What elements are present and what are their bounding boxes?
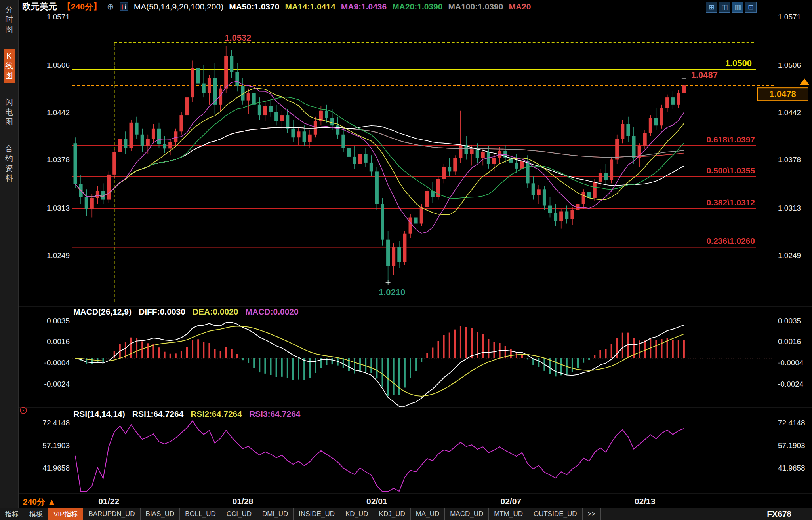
rsi3-value: RSI3:64.7264 — [249, 409, 301, 419]
period-label[interactable]: 【240分】 — [63, 1, 101, 12]
rsi1-value: RSI1:64.7264 — [132, 409, 184, 419]
tab-mtm[interactable]: MTM_UD — [489, 508, 528, 520]
svg-text:1.0571: 1.0571 — [778, 13, 801, 21]
chart-header: 欧元美元 【240分】 ⊕ MA(50,14,9,20,100,200) MA5… — [22, 1, 531, 13]
tab-barupdn[interactable]: BARUPDN_UD — [83, 508, 140, 520]
svg-text:1.0506: 1.0506 — [47, 61, 70, 69]
svg-text:0.500\1.0355: 0.500\1.0355 — [706, 166, 755, 175]
macd-header: MACD(26,12,9) DIFF:0.0030 DEA:0.0020 MAC… — [73, 307, 299, 317]
svg-text:1.0249: 1.0249 — [778, 251, 801, 260]
rsi2-value: RSI2:64.7264 — [191, 409, 242, 419]
svg-text:1.0442: 1.0442 — [778, 108, 801, 117]
tab-inside[interactable]: INSIDE_UD — [294, 508, 340, 520]
svg-text:1.0313: 1.0313 — [47, 204, 70, 212]
svg-text:41.9658: 41.9658 — [42, 464, 70, 472]
tab-bias[interactable]: BIAS_UD — [141, 508, 180, 520]
brand-logo: FX678 — [767, 508, 812, 520]
ma200-value: MA20 — [509, 2, 531, 11]
ma-line-20 — [75, 97, 684, 199]
svg-text:01/28: 01/28 — [233, 497, 254, 506]
svg-text:-0.0024: -0.0024 — [778, 380, 804, 388]
ma9-value: MA9:1.0436 — [341, 2, 387, 11]
svg-text:72.4148: 72.4148 — [778, 419, 805, 427]
tab-indicator[interactable]: 指标 — [0, 508, 24, 520]
svg-text:0.0016: 0.0016 — [778, 337, 801, 345]
macd-title: MACD(26,12,9) — [73, 307, 132, 317]
swing-marker — [682, 76, 686, 81]
sidebar-item-timeshare[interactable]: 分时图 — [4, 2, 15, 37]
svg-text:0.0035: 0.0035 — [47, 317, 70, 325]
macd-dea-value: DEA:0.0020 — [193, 307, 238, 317]
svg-text:1.0500: 1.0500 — [725, 58, 752, 68]
svg-text:1.0210: 1.0210 — [379, 287, 405, 297]
layout-toolbar: ⊞ ◫ ▥ ⊡ — [706, 2, 757, 13]
svg-text:1.0532: 1.0532 — [225, 33, 251, 43]
svg-text:1.0442: 1.0442 — [47, 108, 70, 117]
ma-line-9 — [75, 81, 684, 233]
svg-text:-0.0004: -0.0004 — [44, 359, 70, 367]
fib-retracement[interactable]: 0.618\1.03970.500\1.03550.382\1.03120.23… — [72, 135, 756, 247]
indicator-tabbar: 指标 模板 VIP指标 BARUPDN_UD BIAS_UD BOLL_UD C… — [0, 508, 812, 520]
sidebar-item-contract-info[interactable]: 合约资料 — [4, 141, 15, 186]
tab-outside[interactable]: OUTSIDE_UD — [528, 508, 583, 520]
ma-line-14 — [75, 89, 684, 214]
svg-text:0.382\1.0312: 0.382\1.0312 — [706, 198, 755, 207]
svg-text:1.0506: 1.0506 — [778, 61, 801, 69]
svg-text:72.4148: 72.4148 — [42, 419, 70, 427]
tab-dmi[interactable]: DMI_UD — [257, 508, 294, 520]
sidebar: 分时图 K线图 闪电图 合约资料 — [0, 0, 19, 520]
svg-text:02/07: 02/07 — [501, 497, 522, 506]
sidebar-item-lightning[interactable]: 闪电图 — [4, 95, 15, 129]
svg-text:01/22: 01/22 — [98, 497, 119, 506]
tab-kdj[interactable]: KDJ_UD — [374, 508, 411, 520]
svg-text:1.0378: 1.0378 — [47, 156, 70, 164]
macd-histogram — [75, 326, 684, 396]
svg-text:0.618\1.0397: 0.618\1.0397 — [706, 135, 755, 144]
tab-macd[interactable]: MACD_UD — [445, 508, 489, 520]
macd-diff-line — [75, 322, 684, 406]
rsi-line — [75, 421, 684, 492]
ma50-value: MA50:1.0370 — [229, 2, 279, 11]
sidebar-item-kline[interactable]: K线图 — [4, 49, 15, 83]
svg-text:57.1903: 57.1903 — [778, 441, 805, 450]
layout-next-icon[interactable]: ⊡ — [745, 2, 757, 13]
tab-template[interactable]: 模板 — [24, 508, 48, 520]
tab-kd[interactable]: KD_UD — [340, 508, 374, 520]
svg-text:-0.0004: -0.0004 — [778, 359, 804, 367]
svg-text:1.0478: 1.0478 — [769, 89, 796, 99]
svg-text:0.0035: 0.0035 — [778, 317, 801, 325]
tab-ma[interactable]: MA_UD — [411, 508, 445, 520]
layout-split-icon[interactable]: ◫ — [719, 2, 730, 13]
rsi-target-icon[interactable] — [20, 407, 27, 414]
svg-text:1.0313: 1.0313 — [778, 204, 801, 212]
price-up-arrow-icon — [799, 78, 810, 85]
svg-text:0.0016: 0.0016 — [47, 337, 70, 345]
add-indicator-icon[interactable]: ⊕ — [107, 2, 114, 11]
svg-text:1.0378: 1.0378 — [778, 156, 801, 164]
price-hlines[interactable]: 1.0500 — [72, 43, 774, 86]
candlestick-mini-icon[interactable] — [120, 2, 128, 11]
tab-boll[interactable]: BOLL_UD — [180, 508, 221, 520]
macd-dea-line — [75, 326, 684, 396]
ma20-value: MA20:1.0390 — [392, 2, 442, 11]
layout-chart-icon[interactable]: ▥ — [732, 2, 743, 13]
ma14-value: MA14:1.0414 — [285, 2, 335, 11]
tab-cci[interactable]: CCI_UD — [221, 508, 257, 520]
trading-app-window: 0.618\1.03970.500\1.03550.382\1.03120.23… — [0, 0, 812, 520]
svg-text:02/13: 02/13 — [635, 497, 656, 506]
chart-canvas[interactable]: 0.618\1.03970.500\1.03550.382\1.03120.23… — [0, 0, 812, 520]
last-price-tag: 1.0478 — [757, 88, 808, 101]
timeframe-indicator[interactable]: 240分 ▲ — [23, 496, 56, 507]
macd-diff-value: DIFF:0.0030 — [139, 307, 185, 317]
tab-vip-indicator[interactable]: VIP指标 — [48, 508, 83, 520]
svg-text:1.0571: 1.0571 — [47, 13, 70, 21]
svg-text:57.1903: 57.1903 — [42, 441, 70, 450]
ma-line-100 — [75, 127, 684, 197]
tab-more[interactable]: >> — [583, 508, 601, 520]
layout-grid-icon[interactable]: ⊞ — [706, 2, 717, 13]
symbol-name: 欧元美元 — [22, 1, 57, 13]
ma-line-200 — [75, 127, 684, 197]
svg-text:02/01: 02/01 — [366, 497, 387, 506]
svg-text:1.0249: 1.0249 — [47, 251, 70, 260]
up-arrow-icon: ▲ — [48, 497, 56, 506]
